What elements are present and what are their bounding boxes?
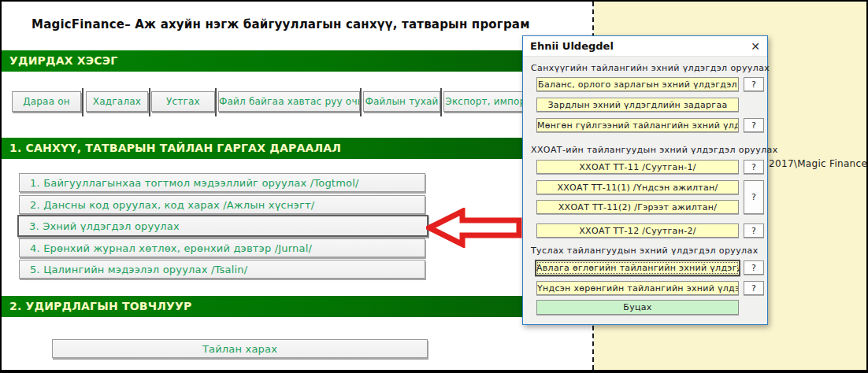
toolbar-separator (215, 88, 217, 116)
dialog-button-tt11-1[interactable]: ХХОАТ ТТ-11(1) /Үндсэн ажилтан/ (536, 180, 739, 194)
help-button[interactable]: ? (744, 160, 764, 174)
app-title: MagicFinance– Аж ахуйн нэгж байгууллагын… (32, 17, 530, 31)
app-window: ,2017\Magic Finance ши MagicFinance– Аж … (0, 0, 868, 373)
section-header-2: 2. УДИРДЛАГЫН ТОВЧЛУУР (2, 296, 588, 317)
dialog-group-label-finance: Санхүүгийн тайлангийн эхний үлдэгдэл ору… (531, 63, 770, 73)
dialog-title: Ehnii Uldegdel (530, 40, 614, 52)
menu-item-dans-code[interactable]: 2. Дансны код оруулах, код харах /Ажлын … (19, 195, 425, 214)
dialog-button-balans[interactable]: Баланс, орлого зарлагын эхний үлдэгдэл (536, 77, 739, 91)
toolbar-separator (440, 88, 442, 116)
dialog-button-zardal[interactable]: Зардлын эхний үлдэгдлийн задаргаа (536, 98, 739, 112)
report-view-button[interactable]: Тайлан харах (52, 339, 428, 358)
section-header-1: 1. САНХҮҮ, ТАТВАРЫН ТАЙЛАН ГАРГАХ ДАРААЛ… (2, 138, 588, 159)
help-button[interactable]: ? (744, 118, 764, 132)
help-button[interactable]: ? (744, 223, 764, 238)
dialog-titlebar[interactable]: Ehnii Uldegdel ✕ (523, 36, 767, 57)
dialog-group-label-hhoat: ХХОАТ-ийн тайлангуудын эхний үлдэгдэл ор… (531, 145, 778, 155)
help-button[interactable]: ? (744, 281, 764, 295)
red-arrow-pointer (426, 208, 523, 248)
help-button[interactable]: ? (744, 180, 764, 214)
file-path-text: ,2017\Magic Finance ши (766, 158, 868, 169)
dialog-group-label-auxiliary: Туслах тайлангуудын эхний үлдэгдэл оруул… (531, 246, 759, 256)
dialog-button-mungun-guilgee[interactable]: Мөнгөн гүйлгээний тайлангийн эхний үлдэг… (536, 118, 739, 132)
menu-item-tsalin[interactable]: 5. Цалингийн мэдээлэл оруулах /Tsalin/ (19, 260, 425, 279)
dialog-button-tt11[interactable]: ХХОАТ ТТ-11 /Суутган-1/ (536, 160, 739, 174)
menu-item-jurnal[interactable]: 4. Ерөнхий журнал хөтлөх, ерөнхий дэвтэр… (19, 238, 425, 257)
dialog-ehnii-uldegdel: Ehnii Uldegdel ✕ Санхүүгийн тайлангийн э… (522, 35, 768, 325)
toolbar-separator (149, 88, 150, 116)
back-button[interactable]: Буцах (536, 300, 739, 315)
dialog-button-tt12[interactable]: ХХОАТ ТТ-12 /Суутган-2/ (536, 223, 739, 238)
toolbar-separator (82, 88, 83, 116)
toolbar-button-next-year[interactable]: Дараа он (12, 91, 81, 112)
dialog-button-undsen-hurungu[interactable]: Үндсэн хөрөнгийн тайлангийн эхний үлдэгд… (536, 281, 739, 295)
dialog-button-avlaga-uglug[interactable]: Авлага өглөгийн тайлангийн эхний үлдэгдэ… (535, 260, 740, 276)
toolbar-button-file-info[interactable]: Файлын тухай (363, 91, 440, 112)
section-header-control: УДИРДАХ ХЭСЭГ (2, 50, 588, 72)
toolbar-separator (360, 88, 362, 116)
toolbar-button-delete[interactable]: Устгах (151, 91, 215, 112)
help-button[interactable]: ? (744, 260, 764, 275)
close-icon[interactable]: ✕ (751, 39, 760, 54)
help-button[interactable]: ? (744, 77, 764, 91)
menu-item-togtmol[interactable]: 1. Байгууллагынхаа тогтмол мэдээллийг ор… (19, 173, 425, 192)
toolbar-button-open-folder[interactable]: Файл байгаа хавтас руу очих (218, 91, 360, 112)
dialog-button-tt11-2[interactable]: ХХОАТ ТТ-11(2) /Гэрээт ажилтан/ (536, 200, 739, 214)
toolbar-button-export-import[interactable]: Экспорт, импорт (443, 91, 533, 112)
toolbar-button-save[interactable]: Хадгалах (86, 91, 148, 112)
menu-item-ehnii-uldegdel[interactable]: 3. Эхний үлдэгдэл оруулах (17, 215, 428, 237)
